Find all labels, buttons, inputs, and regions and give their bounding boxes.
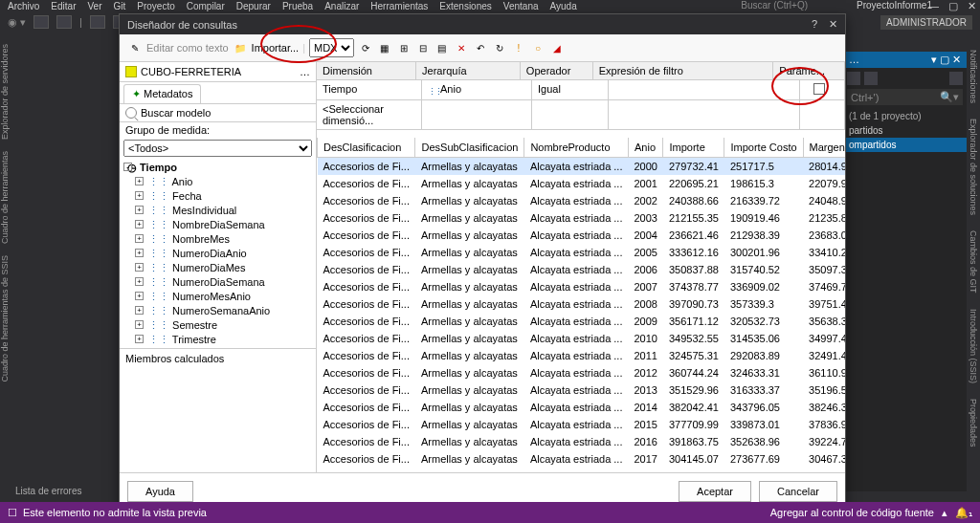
column-header[interactable]: Importe <box>663 138 724 158</box>
column-header[interactable]: NombreProducto <box>524 138 629 158</box>
column-header[interactable]: Margen Bruto <box>803 138 845 158</box>
column-header[interactable]: DesClasificacion <box>318 138 415 158</box>
table-row[interactable]: Accesorios de Fi...Armellas y alcayatasA… <box>318 175 846 192</box>
tb-icon[interactable]: ! <box>511 40 526 55</box>
menu-herramientas[interactable]: Herramientas <box>370 1 428 11</box>
help-icon[interactable]: ? <box>812 18 817 31</box>
column-header[interactable]: Anio <box>628 138 662 158</box>
error-list-tab[interactable]: Lista de errores <box>15 486 81 496</box>
tree-node[interactable]: +⋮⋮ NumeroDiaMes <box>120 261 316 275</box>
measure-group-select[interactable]: <Todos> <box>123 140 312 157</box>
notification-icon[interactable]: 🔔₁ <box>955 507 972 519</box>
filter-cell-dim[interactable]: <Seleccionar dimensió... <box>317 100 422 129</box>
maximize-icon[interactable]: ▢ <box>948 0 958 12</box>
dock-tab[interactable]: Explorador de soluciones <box>969 115 978 219</box>
tree-node[interactable]: +⋮⋮ NombreDiaSemana <box>120 218 316 232</box>
minimize-icon[interactable]: — <box>928 0 939 12</box>
dock-tab[interactable]: Propiedades <box>969 395 978 451</box>
table-row[interactable]: Accesorios de Fi...Armellas y alcayatasA… <box>318 433 846 450</box>
tb-icon[interactable]: ⟳ <box>358 40 373 55</box>
table-row[interactable]: Accesorios de Fi...Armellas y alcayatasA… <box>318 416 846 433</box>
table-row[interactable]: Accesorios de Fi...Armellas y alcayatasA… <box>318 364 846 381</box>
menu-depurar[interactable]: Depurar <box>236 1 271 11</box>
table-row[interactable]: Accesorios de Fi...Armellas y alcayatasA… <box>318 450 846 468</box>
filter-cell-op[interactable] <box>532 100 609 129</box>
table-row[interactable]: Accesorios de Fi...Armellas y alcayatasA… <box>318 227 846 244</box>
solution-item[interactable]: partidos <box>843 123 967 138</box>
dock-tab[interactable]: Explorador de servidores <box>0 38 10 145</box>
table-row[interactable]: Accesorios de Fi...Armellas y alcayatasA… <box>318 158 846 176</box>
tb-icon[interactable]: ✕ <box>454 40 469 55</box>
filter-cell-par[interactable] <box>800 80 845 99</box>
help-button[interactable]: Ayuda <box>127 481 193 502</box>
table-row[interactable]: Accesorios de Fi...Armellas y alcayatasA… <box>318 192 846 209</box>
menu-prueba[interactable]: Prueba <box>282 1 313 11</box>
menu-ver[interactable]: Ver <box>87 1 101 11</box>
menu-proyecto[interactable]: Proyecto <box>137 1 174 11</box>
dock-tab[interactable]: Cuadro de herramientas de SSIS <box>0 250 10 388</box>
tree-node[interactable]: +⋮⋮ Trimestre <box>120 333 316 347</box>
cancel-button[interactable]: Cancelar <box>759 481 837 502</box>
table-row[interactable]: Accesorios de Fi...Armellas y alcayatasA… <box>318 244 846 261</box>
toolbar-icon[interactable] <box>33 15 49 29</box>
menu-extensiones[interactable]: Extensiones <box>439 1 491 11</box>
tree-node[interactable]: +⋮⋮ NumeroDiaSemana <box>120 275 316 290</box>
tb-icon[interactable]: ⊞ <box>396 40 412 55</box>
tb-icon[interactable]: ◢ <box>549 40 565 55</box>
tree-node[interactable]: +▲ AÑO-FECHA <box>120 347 316 348</box>
tb-icon[interactable]: ↻ <box>492 40 507 55</box>
table-row[interactable]: Accesorios de Fi...Armellas y alcayatasA… <box>318 313 846 330</box>
table-row[interactable]: Accesorios de Fi...Armellas y alcayatasA… <box>318 330 846 347</box>
dock-tab[interactable]: Notificaciones <box>969 46 978 107</box>
table-row[interactable]: Accesorios de Fi...Armellas y alcayatasA… <box>318 347 846 364</box>
tree-node[interactable]: +⋮⋮ MesIndividual <box>120 204 316 218</box>
menu-archivo[interactable]: Archivo <box>8 1 39 11</box>
menu-ventana[interactable]: Ventana <box>503 1 539 11</box>
filter-cell-exp[interactable] <box>609 80 800 99</box>
tb-icon[interactable]: ○ <box>530 40 546 55</box>
solution-item[interactable]: ompartidos <box>843 138 967 152</box>
tree-node[interactable]: +⋮⋮ NombreMes <box>120 232 316 247</box>
menu-git[interactable]: Git <box>114 1 126 11</box>
metadata-tab[interactable]: ✦ Metadatos <box>123 84 201 103</box>
filter-cell-jer[interactable]: Anio <box>422 80 532 99</box>
menu-analizar[interactable]: Analizar <box>324 1 359 11</box>
menu-editar[interactable]: Editar <box>51 1 76 11</box>
column-header[interactable]: Importe Costo <box>724 138 803 158</box>
tree-node[interactable]: +⋮⋮ Anio <box>120 175 316 189</box>
toolbar-icon[interactable] <box>90 15 105 29</box>
home-icon[interactable] <box>847 72 860 85</box>
menu-ayuda[interactable]: Ayuda <box>550 1 577 11</box>
solution-search[interactable]: Ctrl+') <box>851 92 879 103</box>
dock-tab[interactable]: Cambios de GIT <box>969 227 978 297</box>
menu-compilar[interactable]: Compilar <box>187 1 225 11</box>
filter-cell-dim[interactable]: Tiempo <box>317 80 422 99</box>
filter-cell-exp[interactable] <box>609 100 800 129</box>
filter-cell-jer[interactable] <box>422 100 532 129</box>
tree-node[interactable]: +⋮⋮ NumeroMesAnio <box>120 290 316 304</box>
search-model-input[interactable]: Buscar modelo <box>141 107 211 119</box>
edit-as-text-button[interactable]: ✎ <box>127 40 143 55</box>
table-row[interactable]: Accesorios de Fi...Armellas y alcayatasA… <box>318 261 846 278</box>
tb-icon[interactable]: ▤ <box>434 40 450 55</box>
filter-cell-op[interactable]: Igual <box>532 80 609 99</box>
table-row[interactable]: Accesorios de Fi...Armellas y alcayatasA… <box>318 399 846 416</box>
dock-tab[interactable]: Introducción (SSIS) <box>969 305 978 387</box>
ok-button[interactable]: Aceptar <box>679 481 751 502</box>
table-row[interactable]: Accesorios de Fi...Armellas y alcayatasA… <box>318 381 846 399</box>
tree-node[interactable]: -◷ Tiempo <box>120 161 316 175</box>
dock-tab[interactable]: Cuadro de herramientas <box>0 145 10 250</box>
tb-icon[interactable]: ↶ <box>473 40 488 55</box>
tree-node[interactable]: +⋮⋮ Fecha <box>120 189 316 204</box>
close-icon[interactable]: ✕ <box>968 0 976 12</box>
tree-node[interactable]: +⋮⋮ Semestre <box>120 318 316 333</box>
search-box[interactable]: Buscar (Ctrl+Q) <box>741 0 808 11</box>
table-row[interactable]: Accesorios de Fi...Armellas y alcayatasA… <box>318 278 846 295</box>
filter-cell-par[interactable] <box>800 100 845 129</box>
tree-node[interactable]: +⋮⋮ NumeroDiaAnio <box>120 247 316 261</box>
tree-node[interactable]: +⋮⋮ NumeroSemanaAnio <box>120 304 316 318</box>
tb-icon[interactable]: ▦ <box>377 40 392 55</box>
toolbar-icon[interactable] <box>56 15 72 29</box>
wrench-icon[interactable] <box>864 72 878 85</box>
table-row[interactable]: Accesorios de Fi...Armellas y alcayatasA… <box>318 295 846 313</box>
